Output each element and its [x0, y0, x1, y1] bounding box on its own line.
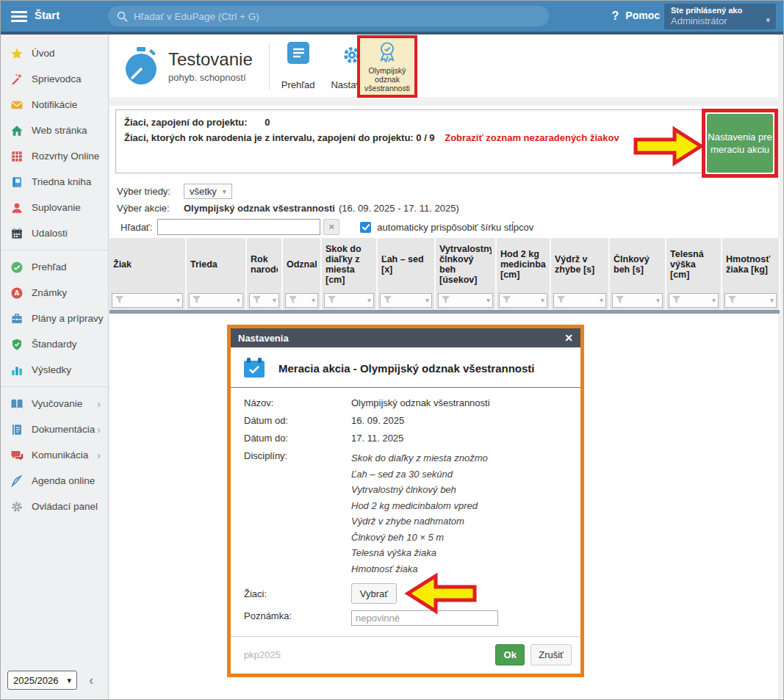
column-filter[interactable]: ▾: [499, 293, 547, 308]
sidebar-item-suplovanie[interactable]: Suplovanie: [1, 195, 108, 220]
modal-titlebar[interactable]: Nastavenia ✕: [231, 328, 580, 347]
chevron-down-icon: ▾: [770, 296, 774, 304]
column-filter[interactable]: ▾: [669, 293, 719, 308]
column-header[interactable]: Vytrvalostný člnkový beh [úsekov]: [435, 238, 496, 290]
sidebar-item-notifikacie[interactable]: Notifikácie: [1, 92, 108, 118]
search-icon: [117, 11, 128, 22]
column-filter-cell: ▾: [550, 290, 609, 310]
sidebar-item-udalosti[interactable]: Udalosti: [1, 220, 108, 246]
column-filter[interactable]: ▾: [324, 293, 374, 308]
sidebar-item-plany[interactable]: Plány a prípravy: [1, 306, 108, 331]
column-header[interactable]: Rok narodenia: [246, 238, 282, 290]
filter-icon: [192, 295, 201, 305]
column-filter[interactable]: ▾: [285, 293, 318, 308]
chevron-down-icon: ▾: [223, 187, 226, 195]
sidebar-item-uvod[interactable]: Úvod: [1, 40, 108, 66]
settings-modal: Nastavenia ✕ Meracia akcia - Olympijský …: [227, 325, 584, 677]
column-filter[interactable]: ▾: [553, 293, 606, 308]
sidebar-item-label: Štandardy: [32, 339, 77, 350]
autofit-columns-checkbox[interactable]: [360, 222, 371, 233]
calendar-check-icon: [242, 357, 266, 379]
table-scrollbar[interactable]: [109, 310, 780, 314]
sidebar-item-label: Známky: [32, 287, 67, 298]
column-header[interactable]: Hod 2 kg medicinbal [cm]: [496, 238, 550, 290]
sidebar-item-vyucovanie[interactable]: Vyučovanie ›: [1, 391, 108, 416]
column-header[interactable]: Trieda: [186, 238, 246, 290]
column-filter[interactable]: ▾: [249, 293, 279, 308]
sidebar-item-ovladaci-panel[interactable]: Ovládací panel: [1, 494, 108, 519]
column-filter[interactable]: ▾: [612, 293, 663, 308]
measuring-action-settings-button[interactable]: Nastavenia pre meraciu akciu: [707, 114, 773, 173]
sidebar-item-prehlad[interactable]: Prehľad: [1, 254, 108, 280]
school-year-select[interactable]: 2025/2026 ▾: [7, 671, 77, 690]
svg-text:A: A: [15, 289, 20, 297]
column-header[interactable]: Člnkový beh [s]: [609, 238, 666, 290]
tab-prehlad[interactable]: Prehľad: [281, 42, 315, 90]
action-filter-label: Výber akcie:: [117, 203, 184, 214]
name-value: Olympijský odznak všestrannosti: [351, 397, 490, 408]
hamburger-menu-icon[interactable]: [11, 11, 27, 22]
bar-chart-icon: [10, 364, 24, 377]
ok-button[interactable]: Ok: [495, 644, 525, 665]
column-filter[interactable]: ▾: [438, 293, 493, 308]
filter-icon: [615, 295, 625, 305]
user-role: Administrátor: [671, 15, 769, 26]
discipline-item: Výdrž v zhybe nadhmatom: [351, 513, 488, 530]
sidebar-item-label: Udalosti: [32, 228, 68, 239]
column-filter[interactable]: ▾: [112, 293, 183, 308]
clear-search-icon[interactable]: ×: [323, 219, 339, 235]
column-header[interactable]: Telesná výška [cm]: [666, 238, 722, 290]
column-header[interactable]: Odznaky: [282, 238, 321, 290]
sidebar-item-znamky[interactable]: A Známky: [1, 280, 108, 306]
filter-icon: [115, 295, 124, 305]
module-header: Testovanie pohyb. schopností Prehľad Nas…: [109, 35, 778, 98]
discipline-item: Ľah – sed za 30 sekúnd: [351, 466, 488, 483]
user-menu[interactable]: Ste prihlásený ako Administrátor ▾: [664, 4, 776, 29]
disciplines-label: Disciplíny:: [244, 450, 351, 577]
chevron-right-icon: ›: [97, 397, 101, 410]
column-filter-cell: ▾: [321, 290, 377, 310]
sidebar-item-dokumentacia[interactable]: Dokumentácia ›: [1, 416, 108, 442]
chevron-down-icon: ▾: [656, 296, 660, 304]
sidebar-item-sprievodca[interactable]: Sprievodca: [1, 66, 108, 92]
collapse-sidebar-icon[interactable]: ‹: [89, 672, 93, 688]
class-filter-select[interactable]: všetky ▾: [184, 184, 232, 199]
sidebar-item-web-stranka[interactable]: Web stránka: [1, 118, 108, 143]
grid-icon: [10, 150, 24, 163]
sidebar-item-rozvrhy[interactable]: Rozvrhy Online: [1, 143, 108, 169]
column-header[interactable]: Hmotnosť žiaka [kg]: [722, 238, 780, 290]
sidebar-item-triedna-kniha[interactable]: Triedna kniha: [1, 169, 108, 195]
table-search-input[interactable]: [157, 219, 320, 235]
pupils-label: Žiaci:: [244, 588, 351, 599]
sidebar-item-agenda[interactable]: Agenda online: [1, 468, 108, 494]
sidebar-item-label: Vyučovanie: [32, 398, 82, 409]
sidebar-item-label: Web stránka: [32, 125, 87, 136]
select-pupils-button[interactable]: Vybrať: [351, 583, 397, 604]
column-filter[interactable]: ▾: [724, 293, 777, 308]
column-header[interactable]: Výdrž v zhybe [s]: [550, 238, 609, 290]
sidebar-item-label: Suplovanie: [32, 202, 81, 213]
column-filter[interactable]: ▾: [380, 293, 432, 308]
note-label: Poznámka:: [244, 610, 351, 626]
column-filter[interactable]: ▾: [189, 293, 243, 308]
show-unassigned-pupils-link[interactable]: Zobraziť zoznam nezaradených žiakov: [445, 132, 619, 143]
column-header[interactable]: Skok do diaľky z miesta [cm]: [321, 238, 377, 290]
sidebar-item-komunikacia[interactable]: Komunikácia ›: [1, 442, 108, 468]
help-button[interactable]: ? Pomoc: [612, 10, 660, 23]
sidebar-item-standardy[interactable]: Štandardy: [1, 331, 108, 357]
discipline-item: Skok do diaľky z miesta znožmo: [351, 450, 488, 466]
date-from-label: Dátum od:: [244, 415, 351, 426]
filter-icon: [383, 295, 392, 305]
modal-heading: Meracia akcia - Olympijský odznak všestr…: [231, 347, 580, 388]
column-header[interactable]: Žiak: [109, 238, 186, 290]
tab-olympic-badge-highlighted[interactable]: Olympijský odznak všestrannosti: [357, 35, 417, 98]
start-menu-label[interactable]: Štart: [35, 9, 60, 21]
sidebar-item-vysledky[interactable]: Výsledky: [1, 357, 108, 383]
chevron-down-icon: ▾: [237, 296, 240, 304]
cancel-button[interactable]: Zrušiť: [531, 644, 572, 665]
search-input[interactable]: [134, 11, 540, 22]
global-search[interactable]: [108, 6, 549, 26]
close-icon[interactable]: ✕: [564, 332, 573, 344]
column-header[interactable]: Ľah – sed [x]: [377, 238, 435, 290]
sidebar-item-label: Triedna kniha: [32, 176, 91, 187]
